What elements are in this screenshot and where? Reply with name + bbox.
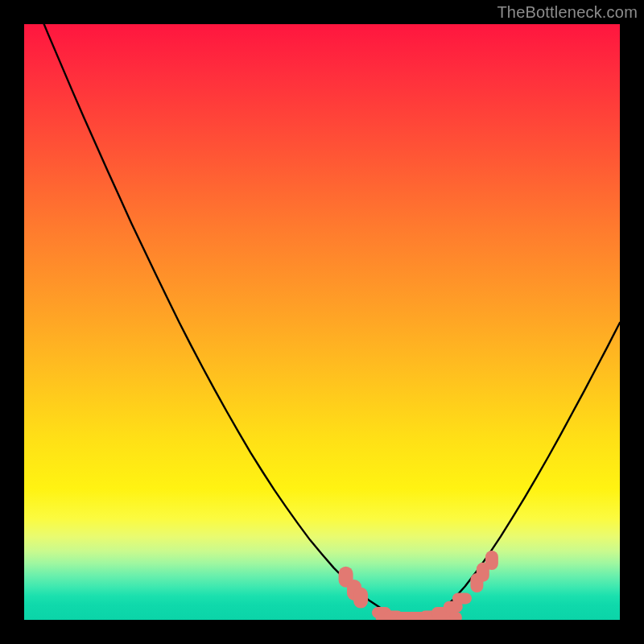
plot-area — [24, 24, 620, 620]
marker-cluster — [339, 551, 498, 620]
curve-layer — [24, 24, 620, 620]
marker-blob — [485, 551, 498, 570]
chart-frame: TheBottleneck.com — [0, 0, 644, 644]
watermark-text: TheBottleneck.com — [497, 3, 638, 22]
marker-blob — [353, 588, 368, 609]
marker-blob — [452, 592, 472, 604]
bottleneck-curve — [24, 24, 620, 620]
